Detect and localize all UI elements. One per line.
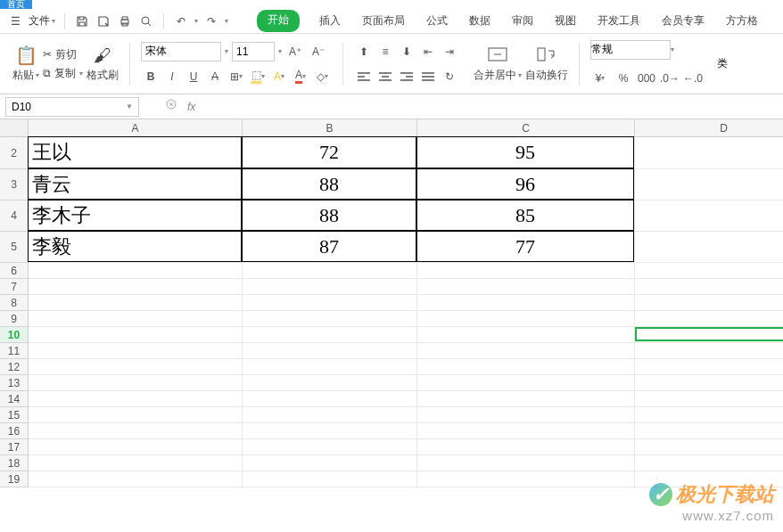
font-color-button[interactable]: A▾ bbox=[291, 67, 310, 86]
tab-formula[interactable]: 公式 bbox=[424, 10, 449, 32]
cell-A18[interactable] bbox=[29, 455, 243, 471]
row-header-2[interactable]: 2 bbox=[0, 137, 29, 169]
cell-C11[interactable] bbox=[417, 343, 635, 359]
row-header-14[interactable]: 14 bbox=[0, 391, 29, 407]
cell-B7[interactable] bbox=[243, 279, 417, 295]
cell-C7[interactable] bbox=[417, 279, 635, 295]
cell-C14[interactable] bbox=[417, 391, 635, 407]
thousands-icon[interactable]: 000 bbox=[637, 69, 656, 88]
percent-icon[interactable]: % bbox=[614, 69, 633, 88]
cell-A7[interactable] bbox=[29, 279, 243, 295]
align-top-icon[interactable]: ⬆ bbox=[354, 42, 374, 61]
cell-D9[interactable] bbox=[635, 311, 783, 327]
wrap-button[interactable]: 自动换行 bbox=[525, 45, 568, 83]
row-header-10[interactable]: 10 bbox=[0, 327, 29, 343]
col-header-A[interactable]: A bbox=[29, 119, 243, 137]
row-header-7[interactable]: 7 bbox=[0, 279, 29, 295]
row-header-15[interactable]: 15 bbox=[0, 407, 29, 423]
file-menu[interactable]: 文件▾ bbox=[29, 13, 55, 29]
row-header-12[interactable]: 12 bbox=[0, 359, 29, 375]
underline-button[interactable]: U bbox=[184, 67, 203, 86]
tab-insert[interactable]: 插入 bbox=[317, 10, 342, 32]
cell-A4[interactable]: 李木子 bbox=[28, 200, 242, 231]
cell-A9[interactable] bbox=[29, 311, 243, 327]
fill-color-button[interactable]: ⬚▾ bbox=[248, 67, 268, 86]
name-box-dropdown[interactable]: ▼ bbox=[126, 102, 133, 110]
undo-icon[interactable]: ↶ bbox=[173, 13, 189, 29]
cell-B5[interactable]: 87 bbox=[242, 231, 416, 262]
redo-dropdown[interactable]: ▾ bbox=[225, 17, 228, 25]
font-size-select[interactable] bbox=[232, 42, 275, 61]
clear-format-button[interactable]: ◇▾ bbox=[312, 67, 332, 86]
cell-C15[interactable] bbox=[417, 407, 635, 423]
cell-D11[interactable] bbox=[635, 343, 783, 359]
copy-button[interactable]: ⧉复制▾ bbox=[43, 66, 83, 81]
font-name-select[interactable] bbox=[141, 42, 221, 61]
align-center-icon[interactable] bbox=[375, 67, 395, 86]
cell-D18[interactable] bbox=[635, 455, 783, 471]
increase-font-icon[interactable]: A⁺ bbox=[285, 42, 305, 61]
save-icon[interactable] bbox=[74, 13, 90, 29]
cell-A17[interactable] bbox=[29, 439, 243, 455]
cell-A10[interactable] bbox=[29, 327, 243, 343]
row-header-16[interactable]: 16 bbox=[0, 423, 29, 439]
name-box[interactable]: D10 ▼ bbox=[5, 97, 139, 117]
tab-member[interactable]: 会员专享 bbox=[660, 10, 706, 32]
align-middle-icon[interactable]: ≡ bbox=[375, 42, 395, 61]
cell-A15[interactable] bbox=[29, 407, 243, 423]
indent-decrease-icon[interactable]: ⇤ bbox=[418, 42, 438, 61]
cell-B11[interactable] bbox=[243, 343, 417, 359]
row-header-17[interactable]: 17 bbox=[0, 439, 29, 455]
cell-B9[interactable] bbox=[243, 311, 417, 327]
cell-C8[interactable] bbox=[417, 295, 635, 311]
undo-dropdown[interactable]: ▾ bbox=[194, 17, 198, 25]
row-header-4[interactable]: 4 bbox=[0, 201, 29, 232]
cell-C16[interactable] bbox=[417, 423, 635, 439]
cell-A5[interactable]: 李毅 bbox=[28, 231, 242, 262]
cell-B8[interactable] bbox=[243, 295, 417, 311]
cell-D3[interactable] bbox=[635, 169, 783, 201]
highlight-button[interactable]: A▾ bbox=[269, 67, 289, 86]
row-header-5[interactable]: 5 bbox=[0, 232, 29, 263]
border-button[interactable]: ⊞▾ bbox=[227, 67, 246, 86]
cell-A3[interactable]: 青云 bbox=[28, 168, 242, 200]
cell-D8[interactable] bbox=[635, 295, 783, 311]
cell-D12[interactable] bbox=[635, 359, 783, 375]
tab-view[interactable]: 视图 bbox=[553, 10, 578, 32]
number-format-dropdown[interactable]: ▾ bbox=[671, 45, 674, 53]
cell-C9[interactable] bbox=[417, 311, 635, 327]
align-right-icon[interactable] bbox=[397, 67, 416, 86]
font-size-dropdown[interactable]: ▾ bbox=[278, 47, 282, 55]
cell-D17[interactable] bbox=[635, 439, 783, 455]
tab-start[interactable]: 开始 bbox=[257, 10, 300, 32]
cell-B14[interactable] bbox=[243, 391, 417, 407]
cell-C18[interactable] bbox=[417, 455, 635, 471]
cut-button[interactable]: ✂剪切 bbox=[43, 47, 83, 62]
bold-button[interactable]: B bbox=[141, 67, 161, 86]
increase-decimal-icon[interactable]: .0→ bbox=[660, 69, 680, 88]
row-header-11[interactable]: 11 bbox=[0, 343, 29, 359]
strikethrough-button[interactable]: A bbox=[205, 67, 225, 86]
redo-icon[interactable]: ↷ bbox=[203, 13, 219, 29]
cell-A19[interactable] bbox=[29, 471, 243, 487]
indent-increase-icon[interactable]: ⇥ bbox=[440, 42, 459, 61]
cell-B18[interactable] bbox=[243, 455, 417, 471]
hamburger-icon[interactable]: ☰ bbox=[7, 13, 23, 29]
decrease-decimal-icon[interactable]: ←.0 bbox=[683, 69, 703, 88]
row-header-9[interactable]: 9 bbox=[0, 311, 29, 327]
align-justify-icon[interactable] bbox=[418, 67, 438, 86]
tab-pagelayout[interactable]: 页面布局 bbox=[360, 10, 407, 32]
row-header-6[interactable]: 6 bbox=[0, 263, 29, 279]
cell-C6[interactable] bbox=[417, 263, 635, 279]
cell-A6[interactable] bbox=[29, 263, 243, 279]
cell-B16[interactable] bbox=[243, 423, 417, 439]
cell-D15[interactable] bbox=[635, 407, 783, 423]
col-header-C[interactable]: C bbox=[417, 119, 635, 137]
tab-data[interactable]: 数据 bbox=[467, 10, 492, 32]
cell-B10[interactable] bbox=[243, 327, 417, 343]
cell-A16[interactable] bbox=[29, 423, 243, 439]
cell-C2[interactable]: 95 bbox=[416, 136, 634, 168]
print-icon[interactable] bbox=[117, 13, 133, 29]
number-format-select[interactable] bbox=[590, 40, 671, 60]
cell-A8[interactable] bbox=[29, 295, 243, 311]
